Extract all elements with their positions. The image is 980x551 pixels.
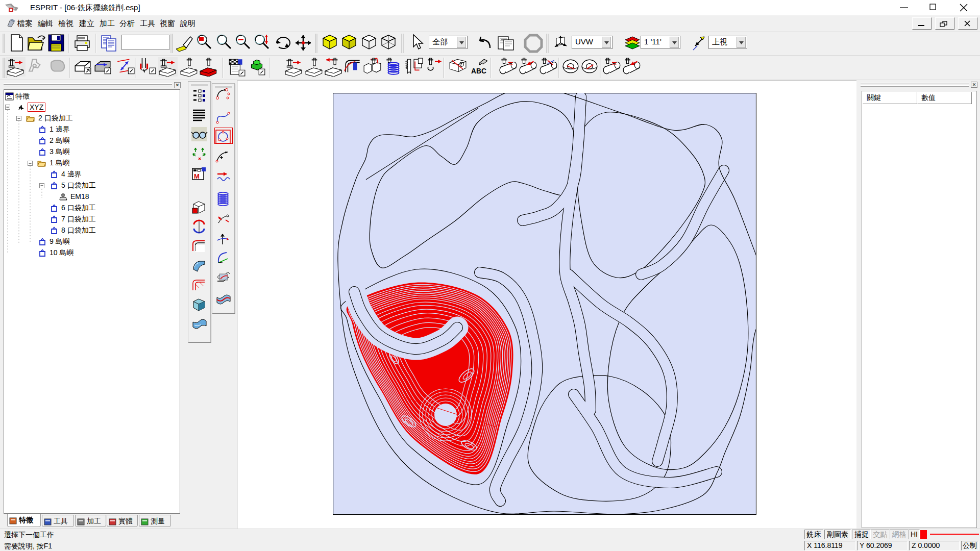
- svg-text:M: M: [194, 172, 200, 180]
- svg-text:ABC: ABC: [471, 67, 486, 75]
